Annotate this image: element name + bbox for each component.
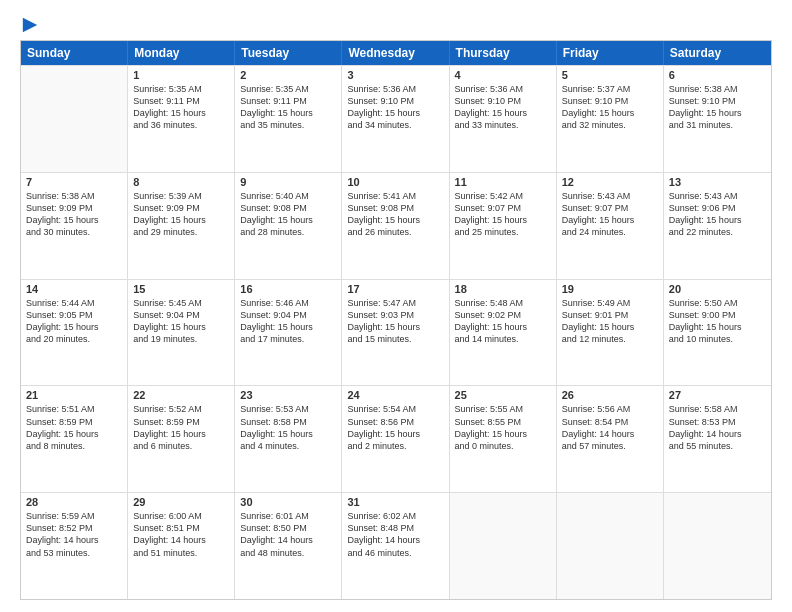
day-number: 19 <box>562 283 658 295</box>
cell-info-line: Daylight: 15 hours <box>347 428 443 440</box>
cell-info-line: and 4 minutes. <box>240 440 336 452</box>
cell-info-line: Daylight: 15 hours <box>26 214 122 226</box>
calendar-day-4: 4Sunrise: 5:36 AMSunset: 9:10 PMDaylight… <box>450 66 557 172</box>
cell-info-line: Sunset: 9:10 PM <box>455 95 551 107</box>
cell-info-line: Daylight: 15 hours <box>240 321 336 333</box>
cell-info-line: Sunrise: 5:56 AM <box>562 403 658 415</box>
cell-info-line: and 20 minutes. <box>26 333 122 345</box>
cell-info-line: Sunset: 8:50 PM <box>240 522 336 534</box>
cell-info-line: and 46 minutes. <box>347 547 443 559</box>
cell-info-line: Sunrise: 5:46 AM <box>240 297 336 309</box>
header-day-saturday: Saturday <box>664 41 771 65</box>
calendar-empty-cell <box>450 493 557 599</box>
cell-info-line: Daylight: 15 hours <box>26 321 122 333</box>
header-day-friday: Friday <box>557 41 664 65</box>
cell-info-line: Sunset: 9:05 PM <box>26 309 122 321</box>
cell-info-line: Sunrise: 6:01 AM <box>240 510 336 522</box>
svg-marker-0 <box>23 18 37 32</box>
calendar-day-18: 18Sunrise: 5:48 AMSunset: 9:02 PMDayligh… <box>450 280 557 386</box>
cell-info-line: Sunrise: 5:37 AM <box>562 83 658 95</box>
day-number: 24 <box>347 389 443 401</box>
cell-info-line: Sunrise: 5:38 AM <box>669 83 766 95</box>
cell-info-line: Daylight: 15 hours <box>240 428 336 440</box>
cell-info-line: and 17 minutes. <box>240 333 336 345</box>
cell-info-line: Sunset: 9:06 PM <box>669 202 766 214</box>
cell-info-line: Sunrise: 5:36 AM <box>455 83 551 95</box>
cell-info-line: and 22 minutes. <box>669 226 766 238</box>
cell-info-line: Sunrise: 6:00 AM <box>133 510 229 522</box>
day-number: 6 <box>669 69 766 81</box>
calendar-day-2: 2Sunrise: 5:35 AMSunset: 9:11 PMDaylight… <box>235 66 342 172</box>
cell-info-line: Sunset: 8:51 PM <box>133 522 229 534</box>
cell-info-line: Sunrise: 5:38 AM <box>26 190 122 202</box>
cell-info-line: and 53 minutes. <box>26 547 122 559</box>
cell-info-line: Sunset: 8:48 PM <box>347 522 443 534</box>
cell-info-line: Sunrise: 5:43 AM <box>669 190 766 202</box>
cell-info-line: Sunrise: 5:36 AM <box>347 83 443 95</box>
calendar-day-9: 9Sunrise: 5:40 AMSunset: 9:08 PMDaylight… <box>235 173 342 279</box>
cell-info-line: Sunset: 9:02 PM <box>455 309 551 321</box>
cell-info-line: Sunrise: 5:48 AM <box>455 297 551 309</box>
cell-info-line: Sunset: 9:04 PM <box>133 309 229 321</box>
cell-info-line: Sunrise: 5:39 AM <box>133 190 229 202</box>
calendar-day-1: 1Sunrise: 5:35 AMSunset: 9:11 PMDaylight… <box>128 66 235 172</box>
day-number: 23 <box>240 389 336 401</box>
cell-info-line: Sunset: 9:11 PM <box>133 95 229 107</box>
day-number: 22 <box>133 389 229 401</box>
cell-info-line: Daylight: 15 hours <box>133 428 229 440</box>
cell-info-line: Daylight: 15 hours <box>133 107 229 119</box>
calendar-day-31: 31Sunrise: 6:02 AMSunset: 8:48 PMDayligh… <box>342 493 449 599</box>
calendar-day-16: 16Sunrise: 5:46 AMSunset: 9:04 PMDayligh… <box>235 280 342 386</box>
cell-info-line: Sunset: 8:52 PM <box>26 522 122 534</box>
cell-info-line: Daylight: 14 hours <box>240 534 336 546</box>
calendar-day-26: 26Sunrise: 5:56 AMSunset: 8:54 PMDayligh… <box>557 386 664 492</box>
cell-info-line: Sunrise: 5:47 AM <box>347 297 443 309</box>
cell-info-line: and 32 minutes. <box>562 119 658 131</box>
cell-info-line: Daylight: 15 hours <box>562 107 658 119</box>
cell-info-line: and 57 minutes. <box>562 440 658 452</box>
calendar-day-27: 27Sunrise: 5:58 AMSunset: 8:53 PMDayligh… <box>664 386 771 492</box>
day-number: 11 <box>455 176 551 188</box>
cell-info-line: Sunrise: 5:40 AM <box>240 190 336 202</box>
calendar-day-7: 7Sunrise: 5:38 AMSunset: 9:09 PMDaylight… <box>21 173 128 279</box>
cell-info-line: Daylight: 15 hours <box>133 321 229 333</box>
day-number: 5 <box>562 69 658 81</box>
cell-info-line: Sunrise: 5:43 AM <box>562 190 658 202</box>
cell-info-line: Daylight: 15 hours <box>455 321 551 333</box>
header-day-wednesday: Wednesday <box>342 41 449 65</box>
cell-info-line: Sunrise: 5:35 AM <box>133 83 229 95</box>
calendar-day-8: 8Sunrise: 5:39 AMSunset: 9:09 PMDaylight… <box>128 173 235 279</box>
day-number: 26 <box>562 389 658 401</box>
cell-info-line: and 29 minutes. <box>133 226 229 238</box>
cell-info-line: Sunset: 9:09 PM <box>26 202 122 214</box>
day-number: 16 <box>240 283 336 295</box>
day-number: 12 <box>562 176 658 188</box>
cell-info-line: Sunrise: 5:45 AM <box>133 297 229 309</box>
calendar-week-4: 21Sunrise: 5:51 AMSunset: 8:59 PMDayligh… <box>21 385 771 492</box>
cell-info-line: Daylight: 15 hours <box>562 321 658 333</box>
cell-info-line: and 6 minutes. <box>133 440 229 452</box>
day-number: 4 <box>455 69 551 81</box>
cell-info-line: Daylight: 15 hours <box>562 214 658 226</box>
cell-info-line: Sunset: 9:01 PM <box>562 309 658 321</box>
header-day-tuesday: Tuesday <box>235 41 342 65</box>
cell-info-line: and 30 minutes. <box>26 226 122 238</box>
calendar-body: 1Sunrise: 5:35 AMSunset: 9:11 PMDaylight… <box>21 65 771 599</box>
cell-info-line: Sunset: 9:09 PM <box>133 202 229 214</box>
cell-info-line: Daylight: 15 hours <box>669 214 766 226</box>
cell-info-line: Daylight: 14 hours <box>26 534 122 546</box>
cell-info-line: and 24 minutes. <box>562 226 658 238</box>
cell-info-line: Daylight: 14 hours <box>347 534 443 546</box>
calendar-day-22: 22Sunrise: 5:52 AMSunset: 8:59 PMDayligh… <box>128 386 235 492</box>
day-number: 15 <box>133 283 229 295</box>
cell-info-line: Daylight: 15 hours <box>455 107 551 119</box>
cell-info-line: and 55 minutes. <box>669 440 766 452</box>
cell-info-line: Sunrise: 5:54 AM <box>347 403 443 415</box>
calendar-day-23: 23Sunrise: 5:53 AMSunset: 8:58 PMDayligh… <box>235 386 342 492</box>
cell-info-line: and 8 minutes. <box>26 440 122 452</box>
day-number: 25 <box>455 389 551 401</box>
cell-info-line: Sunrise: 5:49 AM <box>562 297 658 309</box>
cell-info-line: Daylight: 15 hours <box>669 321 766 333</box>
cell-info-line: Sunset: 8:56 PM <box>347 416 443 428</box>
cell-info-line: and 10 minutes. <box>669 333 766 345</box>
